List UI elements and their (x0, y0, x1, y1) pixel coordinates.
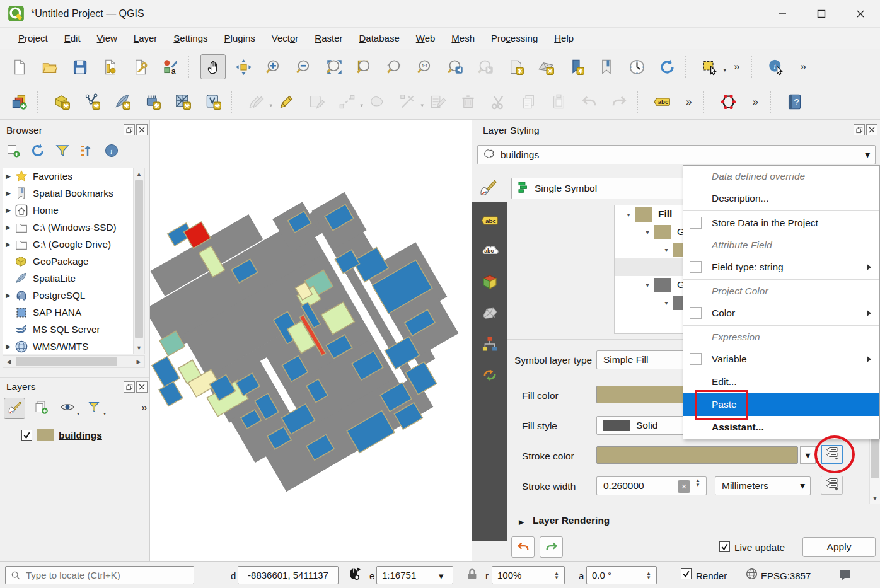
browser-horizontal-scrollbar[interactable]: ◀ ▶ (3, 355, 145, 368)
current-edits-button[interactable]: ▾ (243, 89, 269, 115)
styling-close-button[interactable] (866, 124, 877, 135)
open-layer-styling-button[interactable] (4, 398, 25, 419)
live-update-checkbox[interactable] (719, 541, 730, 552)
expand-arrow-icon[interactable]: ▶ (3, 190, 14, 197)
browser-float-button[interactable] (124, 124, 135, 135)
new-shapefile-layer-button[interactable] (79, 89, 105, 115)
data-source-manager-button[interactable] (6, 89, 32, 115)
expand-arrow-icon[interactable]: ▶ (3, 207, 14, 214)
layer-visibility-checkbox[interactable] (21, 430, 32, 441)
copy-features-button[interactable] (516, 89, 541, 115)
labels-tab[interactable]: abc (481, 212, 499, 232)
pan-map-button[interactable] (200, 54, 226, 79)
crs-value[interactable]: EPSG:3857 (761, 570, 811, 581)
layers-close-button[interactable] (136, 381, 148, 393)
zoom-last-button[interactable] (443, 54, 468, 79)
stroke-width-input[interactable]: 0.260000 ✕ ▲▼ (596, 476, 707, 495)
open-project-button[interactable] (37, 54, 62, 79)
zoom-next-button[interactable] (473, 54, 498, 79)
add-layer-button[interactable] (4, 141, 23, 160)
collapse-all-button[interactable] (78, 141, 96, 160)
vertex-editor-button[interactable] (715, 89, 741, 115)
expand-arrow-icon[interactable]: ▶ (3, 292, 14, 299)
scale-select[interactable]: 1:16751 ▾ (376, 566, 453, 584)
redo-button[interactable] (606, 89, 632, 115)
apply-button[interactable]: Apply (802, 537, 876, 557)
toolbar-overflow[interactable]: » (686, 96, 692, 108)
browser-item-spatial-bookmarks[interactable]: ▶ Spatial Bookmarks (3, 185, 133, 202)
vertex-tool-button[interactable]: ▾ (395, 89, 420, 115)
zoom-in-button[interactable] (261, 54, 286, 79)
zoom-to-selection-button[interactable] (352, 54, 377, 79)
scroll-down-icon[interactable]: ▼ (870, 493, 880, 504)
save-layer-edits-button[interactable] (304, 89, 329, 115)
temporal-controller-button[interactable] (624, 54, 649, 79)
digitize-with-segment-button[interactable]: ▾ (334, 89, 359, 115)
new-3d-map-view-button[interactable] (533, 54, 559, 79)
messages-icon[interactable] (837, 568, 852, 585)
browser-item-ms-sql-server[interactable]: MS SQL Server (3, 321, 133, 338)
magnifier-input[interactable]: 100% ▲▼ (492, 566, 565, 584)
menu-view[interactable]: View (89, 30, 125, 46)
close-button[interactable] (841, 0, 880, 28)
expand-arrow-icon[interactable]: ▶ (3, 343, 14, 350)
minimize-button[interactable] (763, 0, 802, 28)
lock-scale-icon[interactable] (465, 567, 479, 583)
menu-database[interactable]: Database (351, 30, 408, 46)
toolbar-overflow[interactable]: » (734, 61, 739, 73)
help-button[interactable]: ? (782, 89, 808, 115)
refresh-button[interactable] (654, 54, 680, 79)
menu-layer[interactable]: Layer (125, 30, 166, 46)
undo-style-button[interactable] (511, 536, 535, 558)
new-map-view-button[interactable] (503, 54, 528, 79)
paste-features-button[interactable] (546, 89, 571, 115)
zoom-to-layer-button[interactable] (382, 54, 407, 79)
browser-item-g-google-drive-[interactable]: ▶ G:\ (Google Drive) (3, 236, 133, 253)
menu-help[interactable]: Help (546, 30, 582, 46)
menu-project[interactable]: Project (10, 30, 56, 46)
new-temporary-scratch-layer-button[interactable] (140, 89, 165, 115)
menu-settings[interactable]: Settings (165, 30, 216, 46)
manage-visibility-button[interactable]: ▾ (57, 398, 78, 419)
layer-name[interactable]: buildings (59, 430, 102, 441)
rotation-stepper[interactable]: ▲▼ (642, 571, 655, 580)
digitize-shape-button[interactable] (364, 89, 390, 115)
layers-toolbar-overflow[interactable]: » (141, 401, 147, 414)
pan-to-selection-button[interactable] (231, 54, 256, 79)
new-spatial-bookmark-button[interactable] (564, 54, 589, 79)
browser-item-c-windows-ssd-[interactable]: ▶ C:\ (Windows-SSD) (3, 219, 133, 236)
browser-item-favorites[interactable]: ▶ Favorites (3, 168, 133, 185)
add-group-button[interactable] (30, 398, 52, 419)
zoom-out-button[interactable] (291, 54, 316, 79)
identify-features-button[interactable]: i (763, 54, 789, 79)
menu-item-description[interactable]: Description... (683, 187, 879, 210)
select-features-button[interactable]: ▾ (697, 54, 722, 79)
scroll-left-icon[interactable]: ◀ (3, 356, 14, 367)
menu-processing[interactable]: Processing (483, 30, 546, 46)
style-arrows-tab[interactable] (481, 366, 499, 386)
browser-item-spatialite[interactable]: SpatiaLite (3, 270, 133, 287)
stroke-color-dropdown[interactable]: ▾ (800, 446, 816, 464)
menu-checkbox[interactable] (690, 307, 702, 319)
coordinate-input[interactable]: -8836601, 5411137 (238, 566, 339, 584)
toggle-editing-button[interactable] (274, 89, 299, 115)
stroke-width-override-button[interactable] (821, 476, 843, 495)
menu-edit[interactable]: Edit (56, 30, 89, 46)
layers-float-button[interactable] (124, 381, 135, 393)
diagrams-tab[interactable] (481, 304, 499, 325)
maximize-button[interactable] (802, 0, 841, 28)
modify-attributes-button[interactable] (425, 89, 450, 115)
menu-checkbox[interactable] (690, 261, 702, 273)
scroll-down-icon[interactable]: ▼ (134, 342, 144, 354)
map-canvas[interactable] (149, 120, 472, 561)
menu-web[interactable]: Web (408, 30, 444, 46)
scrollbar-thumb[interactable] (135, 180, 143, 338)
masks-tab[interactable]: abc (481, 243, 499, 263)
menu-mesh[interactable]: Mesh (443, 30, 483, 46)
browser-item-sap-hana[interactable]: SAP HANA (3, 304, 133, 321)
expand-arrow-icon[interactable]: ▶ (519, 518, 524, 526)
refresh-button[interactable] (28, 141, 47, 160)
expand-arrow-icon[interactable]: ▶ (3, 241, 14, 248)
stroke-width-stepper[interactable]: ▲▼ (692, 478, 704, 487)
menu-item-variable[interactable]: Variable (683, 348, 879, 371)
